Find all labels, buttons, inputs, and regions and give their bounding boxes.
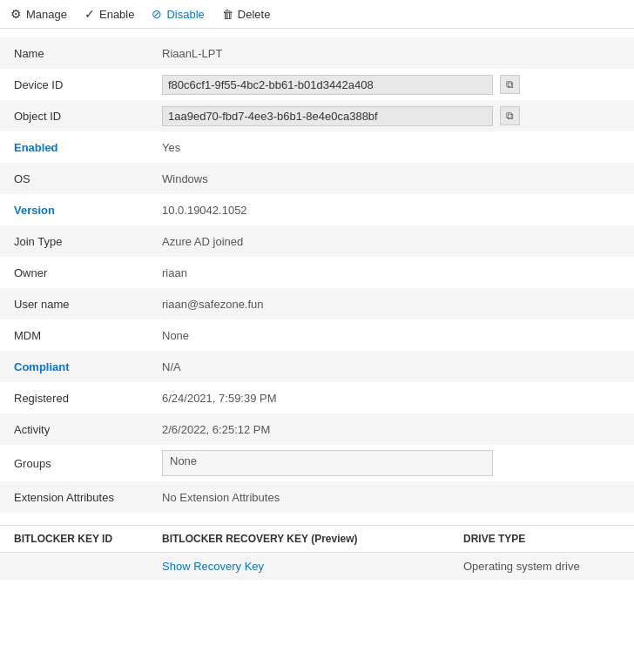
toolbar: Manage Enable Disable Delete [0, 0, 634, 29]
field-row-owner: Ownerriaan [0, 257, 634, 288]
groups-box: None [162, 450, 493, 476]
field-label-registered: Registered [14, 392, 162, 405]
bitlocker-section: BITLOCKER KEY ID BITLOCKER RECOVERY KEY … [0, 525, 634, 580]
field-value-join-type: Azure AD joined [162, 235, 620, 248]
field-row-object-id: Object ID⧉ [0, 100, 634, 131]
bitlocker-row: Show Recovery KeyOperating system drive [0, 553, 634, 580]
field-row-compliant: CompliantN/A [0, 351, 634, 382]
value-text-ext-attrs: No Extension Attributes [162, 491, 280, 504]
field-label-os: OS [14, 172, 162, 185]
field-value-version: 10.0.19042.1052 [162, 204, 620, 217]
field-value-object-id: ⧉ [162, 106, 620, 126]
bitlocker-header: BITLOCKER KEY ID BITLOCKER RECOVERY KEY … [0, 525, 634, 553]
trash-icon [222, 7, 233, 21]
value-text-name: RiaanL-LPT [162, 47, 222, 60]
input-object-id[interactable] [162, 106, 493, 126]
copy-icon: ⧉ [506, 110, 514, 122]
field-value-name: RiaanL-LPT [162, 47, 620, 60]
field-row-version: Version10.0.19042.1052 [0, 194, 634, 225]
disable-button[interactable]: Disable [152, 7, 204, 21]
field-value-groups: None [162, 450, 620, 476]
field-label-groups: Groups [14, 457, 162, 470]
copy-icon: ⧉ [506, 78, 514, 91]
show-recovery-key-link[interactable]: Show Recovery Key [162, 560, 264, 573]
field-label-name: Name [14, 47, 162, 60]
field-value-owner: riaan [162, 266, 620, 279]
field-label-compliant: Compliant [14, 360, 162, 373]
field-label-activity: Activity [14, 423, 162, 436]
field-label-owner: Owner [14, 266, 162, 279]
field-row-join-type: Join TypeAzure AD joined [0, 225, 634, 257]
field-row-groups: GroupsNone [0, 445, 634, 481]
field-row-os: OSWindows [0, 163, 634, 194]
bitlocker-col2-header: BITLOCKER RECOVERY KEY (Preview) [162, 533, 463, 545]
enable-label: Enable [99, 8, 134, 21]
value-text-mdm: None [162, 329, 189, 342]
field-label-mdm: MDM [14, 329, 162, 342]
manage-label: Manage [26, 8, 67, 21]
field-value-ext-attrs: No Extension Attributes [162, 491, 620, 504]
check-icon [84, 7, 95, 21]
field-row-ext-attrs: Extension AttributesNo Extension Attribu… [0, 481, 634, 513]
field-label-device-id: Device ID [14, 78, 162, 91]
value-text-join-type: Azure AD joined [162, 235, 243, 248]
field-row-device-id: Device ID⧉ [0, 69, 634, 100]
field-label-join-type: Join Type [14, 235, 162, 248]
field-value-os: Windows [162, 172, 620, 185]
disable-label: Disable [166, 8, 204, 21]
gear-icon [10, 7, 22, 21]
disable-circle-icon [152, 7, 162, 21]
value-text-activity: 2/6/2022, 6:25:12 PM [162, 423, 270, 436]
field-row-username: User nameriaan@safezone.fun [0, 288, 634, 319]
value-text-registered: 6/24/2021, 7:59:39 PM [162, 392, 277, 405]
delete-label: Delete [238, 8, 271, 21]
field-row-name: NameRiaanL-LPT [0, 37, 634, 69]
value-text-owner: riaan [162, 266, 187, 279]
bitlocker-col3-header: DRIVE TYPE [463, 533, 620, 545]
value-text-version: 10.0.19042.1052 [162, 204, 247, 217]
field-value-compliant: N/A [162, 360, 620, 373]
field-value-username: riaan@safezone.fun [162, 298, 620, 311]
field-label-object-id: Object ID [14, 110, 162, 123]
details-section: NameRiaanL-LPTDevice ID⧉Object ID⧉Enable… [0, 29, 634, 521]
field-row-registered: Registered6/24/2021, 7:59:39 PM [0, 382, 634, 413]
bitlocker-drive-type: Operating system drive [463, 560, 620, 573]
manage-button[interactable]: Manage [10, 7, 67, 21]
field-row-mdm: MDMNone [0, 319, 634, 351]
copy-button-device-id[interactable]: ⧉ [500, 75, 520, 94]
bitlocker-recovery-link[interactable]: Show Recovery Key [162, 560, 463, 573]
field-label-ext-attrs: Extension Attributes [14, 491, 162, 504]
field-label-username: User name [14, 298, 162, 311]
bitlocker-col1-header: BITLOCKER KEY ID [14, 533, 162, 545]
copy-button-object-id[interactable]: ⧉ [500, 106, 520, 125]
enable-button[interactable]: Enable [84, 7, 134, 21]
field-label-enabled: Enabled [14, 141, 162, 154]
field-value-registered: 6/24/2021, 7:59:39 PM [162, 392, 620, 405]
field-label-version: Version [14, 204, 162, 217]
value-text-compliant: N/A [162, 360, 181, 373]
field-value-device-id: ⧉ [162, 75, 620, 95]
field-value-activity: 2/6/2022, 6:25:12 PM [162, 423, 620, 436]
field-value-mdm: None [162, 329, 620, 342]
field-row-enabled: EnabledYes [0, 131, 634, 163]
value-text-enabled: Yes [162, 141, 180, 154]
value-text-os: Windows [162, 172, 208, 185]
value-text-username: riaan@safezone.fun [162, 298, 264, 311]
field-value-enabled: Yes [162, 141, 620, 154]
delete-button[interactable]: Delete [222, 7, 271, 21]
field-row-activity: Activity2/6/2022, 6:25:12 PM [0, 413, 634, 445]
input-device-id[interactable] [162, 75, 493, 95]
